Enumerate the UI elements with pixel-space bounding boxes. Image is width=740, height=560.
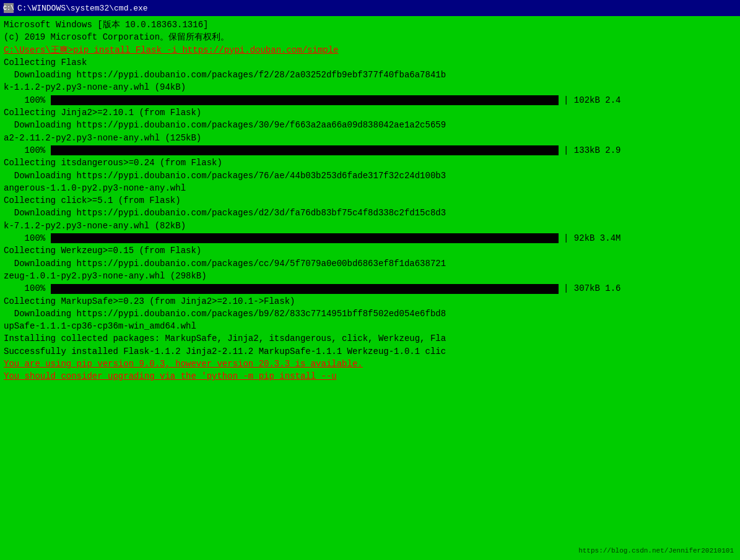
terminal-line: a2-2.11.2-py2.py3-none-any.whl (125kB) [4, 132, 736, 144]
terminal-line: Microsoft Windows [版本 10.0.18363.1316] [4, 19, 736, 31]
watermark: https://blog.csdn.net/Jennifer20210101 [578, 546, 734, 556]
progress-bar [51, 284, 559, 294]
terminal-output: Microsoft Windows [版本 10.0.18363.1316](c… [4, 19, 736, 383]
terminal-line: k-1.1.2-py2.py3-none-any.whl (94kB) [4, 81, 736, 93]
progress-line: 100% | 102kB 2.4 [4, 94, 736, 106]
progress-bar [51, 233, 559, 243]
terminal-line: (c) 2019 Microsoft Corporation。保留所有权利。 [4, 31, 736, 43]
terminal-line: Downloading https://pypi.doubanio.com/pa… [4, 257, 736, 270]
title-bar-text: C:\WINDOWS\system32\cmd.exe [17, 4, 148, 13]
progress-bar [51, 95, 559, 105]
terminal-line: Collecting Jinja2>=2.10.1 (from Flask) [4, 106, 736, 119]
terminal-line: Downloading https://pypi.doubanio.com/pa… [4, 69, 736, 81]
progress-bar [51, 145, 559, 155]
terminal-line: Downloading https://pypi.doubanio.com/pa… [4, 207, 736, 219]
progress-line: 100% | 92kB 3.4M [4, 232, 736, 244]
terminal-line: Successfully installed Flask-1.1.2 Jinja… [4, 345, 736, 358]
progress-line: 100% | 307kB 1.6 [4, 282, 736, 295]
terminal-body: Microsoft Windows [版本 10.0.18363.1316](c… [0, 16, 740, 560]
terminal-line: Collecting Flask [4, 56, 736, 69]
terminal-line: Collecting click>=5.1 (from Flask) [4, 194, 736, 207]
title-bar: C:\ C:\WINDOWS\system32\cmd.exe [0, 0, 740, 16]
progress-line: 100% | 133kB 2.9 [4, 144, 736, 157]
terminal-line: Installing collected packages: MarkupSaf… [4, 332, 736, 345]
terminal-line: Downloading https://pypi.doubanio.com/pa… [4, 170, 736, 182]
terminal-line: upSafe-1.1.1-cp36-cp36m-win_amd64.whl [4, 320, 736, 332]
cmd-icon: C:\ [4, 3, 14, 13]
terminal-line: Downloading https://pypi.doubanio.com/pa… [4, 308, 736, 320]
terminal-line: Downloading https://pypi.doubanio.com/pa… [4, 119, 736, 131]
terminal-line-red: C:\Users\王爽>pip install Flask -i https:/… [4, 44, 736, 56]
terminal-line: Collecting itsdangerous>=0.24 (from Flas… [4, 157, 736, 169]
terminal-line: k-7.1.2-py2.py3-none-any.whl (82kB) [4, 220, 736, 232]
terminal-line-red: You should consider upgrading via the 'p… [4, 370, 736, 382]
terminal-line-red: You are using pip version 9.0.3, however… [4, 358, 736, 370]
terminal-line: angerous-1.1.0-py2.py3-none-any.whl [4, 182, 736, 194]
terminal-line: Collecting Werkzeug>=0.15 (from Flask) [4, 244, 736, 257]
terminal-line: Collecting MarkupSafe>=0.23 (from Jinja2… [4, 295, 736, 308]
terminal-line: zeug-1.0.1-py2.py3-none-any.whl (298kB) [4, 270, 736, 282]
